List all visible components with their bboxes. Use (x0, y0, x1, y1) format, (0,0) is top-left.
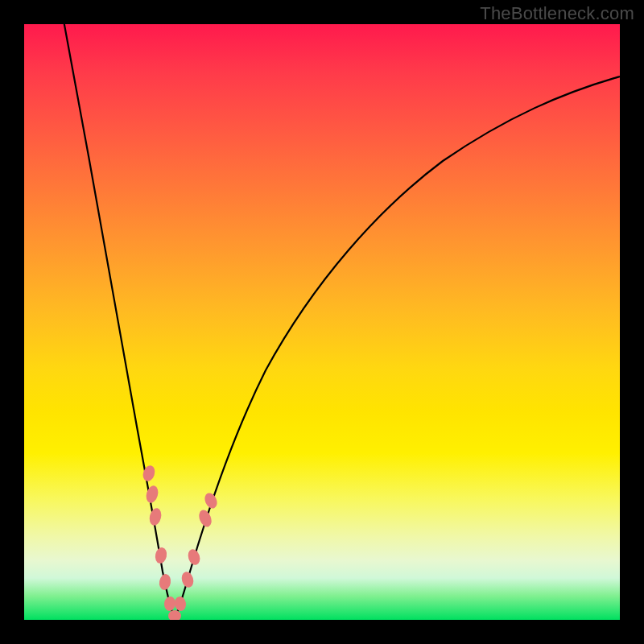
curve-marker (180, 570, 196, 588)
curve-marker (158, 573, 171, 591)
chart-plot-area (24, 24, 620, 620)
curve-marker (154, 547, 168, 564)
bottleneck-curve-left (63, 24, 175, 618)
curve-marker (203, 491, 220, 510)
curve-marker (168, 610, 181, 620)
curve-marker (148, 507, 163, 527)
curve-marker (174, 596, 188, 612)
curve-marker (163, 596, 176, 612)
curve-marker (144, 484, 160, 504)
curve-marker (196, 508, 213, 529)
marker-group (141, 464, 219, 620)
watermark-text: TheBottleneck.com (480, 3, 634, 24)
bottleneck-curve-right (175, 76, 620, 618)
chart-svg (24, 24, 620, 620)
curve-marker (186, 547, 201, 566)
